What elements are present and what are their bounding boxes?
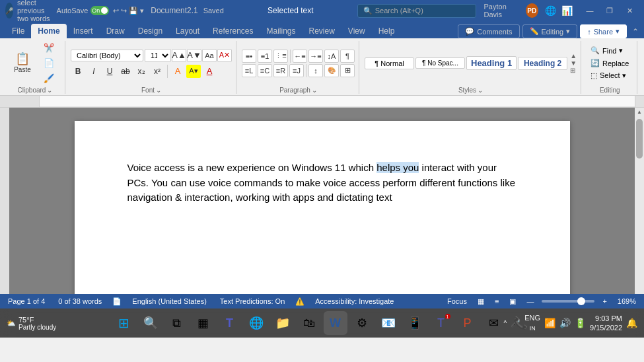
autosave-toggle[interactable]: On [90, 6, 109, 15]
align-center-button[interactable]: ≡C [258, 64, 272, 77]
tab-insert[interactable]: Insert [67, 24, 100, 38]
decrease-indent-button[interactable]: ←≡ [293, 50, 307, 63]
wifi-icon[interactable]: 📶 [544, 318, 555, 328]
tab-view[interactable]: View [341, 24, 372, 38]
ribbon-collapse-icon[interactable]: ⌃ [632, 27, 639, 36]
bullet-list-button[interactable]: ≡• [242, 50, 256, 63]
mic-button[interactable]: 🎤 [5, 3, 13, 18]
bold-button[interactable]: B [71, 65, 85, 78]
web-layout-button[interactable]: ≡ [492, 297, 501, 305]
read-mode-button[interactable]: ▣ [507, 297, 519, 306]
strikethrough-button[interactable]: ab [118, 65, 133, 78]
widgets-button[interactable]: ▦ [192, 311, 215, 335]
line-spacing-button[interactable]: ↕ [308, 64, 323, 77]
tab-layout[interactable]: Layout [169, 24, 206, 38]
search-button[interactable]: 🔍 [139, 311, 162, 335]
share-button[interactable]: ↑ Share ▾ [580, 24, 627, 38]
decrease-font-button[interactable]: A▼ [187, 49, 201, 62]
collab-icon[interactable]: 🌐 [545, 5, 556, 16]
scroll-up-arrow[interactable]: ▲ [635, 108, 643, 116]
teams-chat-icon[interactable]: T 1 [429, 311, 453, 335]
font-family-select[interactable]: Calibri (Body) [71, 50, 143, 61]
edge-browser-icon[interactable]: 🌐 [244, 311, 268, 335]
font-color-button[interactable]: A [202, 65, 217, 78]
focus-button[interactable]: Focus [445, 297, 470, 305]
sort-button[interactable]: ↕A [324, 50, 339, 63]
replace-button[interactable]: 🔄 Replace [587, 57, 633, 69]
tab-home[interactable]: Home [31, 24, 66, 38]
styles-scroll-up[interactable]: ▲ [570, 52, 577, 59]
subscript-button[interactable]: x₂ [134, 65, 149, 78]
zoom-level[interactable]: 169% [615, 297, 639, 305]
battery-icon[interactable]: 🔋 [575, 318, 586, 328]
language-label[interactable]: English (United States) [129, 297, 209, 305]
shading-button[interactable]: 🎨 [324, 64, 339, 77]
save-icon[interactable]: 💾 [129, 7, 138, 15]
justify-button[interactable]: ≡J [289, 64, 304, 77]
powerpoint-icon[interactable]: P [456, 311, 480, 335]
phone-icon[interactable]: 📞 [509, 311, 532, 335]
tab-file[interactable]: File [5, 24, 31, 38]
phone-link-icon[interactable]: 📱 [403, 311, 427, 335]
underline-button[interactable]: U [102, 65, 117, 78]
microsoft-store-icon[interactable]: 🛍 [297, 311, 321, 335]
multilevel-list-button[interactable]: ⋮≡ [273, 50, 288, 63]
outlook-icon[interactable]: 📧 [376, 311, 400, 335]
print-layout-button[interactable]: ▦ [475, 297, 487, 306]
comments-button[interactable]: 💬 Comments [458, 24, 519, 38]
font-size-select[interactable]: 11 [145, 49, 171, 62]
document-area[interactable]: Voice access is a new experience on Wind… [9, 108, 635, 294]
quick-access-more[interactable]: ▾ [140, 7, 144, 15]
accessibility-label[interactable]: Accessibility: Investigate [312, 297, 396, 305]
editing-button[interactable]: ✏️ Editing ▾ [522, 24, 578, 38]
settings-icon[interactable]: ⚙ [350, 311, 374, 335]
text-predictions-label[interactable]: Text Predictions: On [217, 297, 287, 305]
styles-expand-icon[interactable]: ⌄ [478, 87, 483, 94]
close-button[interactable]: ✕ [620, 4, 639, 17]
increase-font-button[interactable]: A▲ [172, 49, 186, 62]
font-expand-icon[interactable]: ⌄ [156, 87, 161, 94]
numbered-list-button[interactable]: ≡1 [258, 50, 272, 63]
notification-center-icon[interactable]: 🔔 [626, 318, 637, 328]
styles-expand[interactable]: ⊞ [570, 67, 577, 74]
paste-button[interactable]: 📋 Paste [9, 51, 36, 75]
tab-mailings[interactable]: Mailings [260, 24, 302, 38]
redo-icon[interactable]: ↪ [121, 7, 127, 15]
scrollbar-right[interactable]: ▲ [635, 108, 644, 294]
format-painter-button[interactable]: 🖌️ [37, 71, 61, 85]
align-left-button[interactable]: ≡L [242, 64, 256, 77]
zoom-minus-button[interactable]: — [524, 297, 536, 305]
borders-button[interactable]: ⊞ [340, 64, 355, 77]
teams-icon[interactable]: T [218, 311, 242, 335]
find-button[interactable]: 🔍 Find ▾ [587, 45, 633, 56]
paragraph-expand-icon[interactable]: ⌄ [312, 87, 317, 94]
style-normal[interactable]: ¶ Normal [365, 57, 414, 69]
volume-icon[interactable]: 🔊 [559, 318, 571, 328]
highlight-button[interactable]: A▾ [186, 65, 201, 78]
page-count[interactable]: Page 1 of 4 [5, 297, 48, 305]
tab-design[interactable]: Design [131, 24, 169, 38]
italic-button[interactable]: I [87, 65, 101, 78]
scroll-thumb[interactable] [636, 119, 643, 159]
styles-scroll-down[interactable]: ▼ [570, 59, 577, 67]
style-no-spacing[interactable]: ¶ No Spac... [415, 57, 465, 69]
file-explorer-icon[interactable]: 📁 [271, 311, 295, 335]
undo-icon[interactable]: ↩ [113, 7, 119, 15]
tab-help[interactable]: Help [372, 24, 402, 38]
minimize-button[interactable]: — [581, 4, 599, 17]
align-right-button[interactable]: ≡R [273, 64, 288, 77]
tab-review[interactable]: Review [303, 24, 341, 38]
select-button[interactable]: ⬚ Select ▾ [587, 70, 633, 81]
mail-icon[interactable]: ✉ [482, 311, 506, 335]
cut-button[interactable]: ✂️ [37, 41, 61, 55]
zoom-plus-button[interactable]: + [600, 297, 609, 305]
superscript-button[interactable]: x² [150, 65, 164, 78]
increase-indent-button[interactable]: →≡ [308, 50, 323, 63]
copy-button[interactable]: 📄 [37, 56, 61, 70]
tab-draw[interactable]: Draw [100, 24, 131, 38]
zoom-slider[interactable] [542, 300, 594, 303]
task-view-button[interactable]: ⧉ [165, 311, 189, 335]
clear-format-button[interactable]: A✕ [217, 49, 232, 62]
text-effects-button[interactable]: A [170, 65, 185, 78]
document[interactable]: Voice access is a new experience on Wind… [75, 121, 570, 294]
